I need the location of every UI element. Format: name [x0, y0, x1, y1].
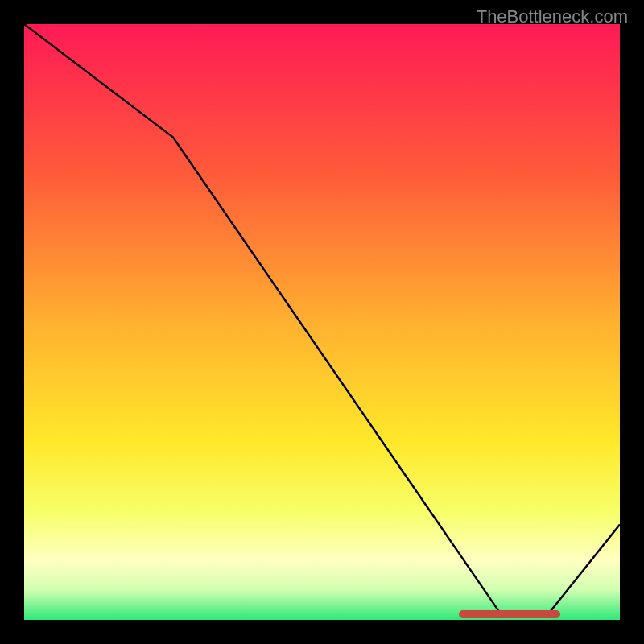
- curve-layer: [24, 24, 620, 620]
- plot-area: [24, 24, 620, 620]
- bottleneck-curve: [24, 24, 620, 614]
- optimal-marker: [459, 610, 560, 618]
